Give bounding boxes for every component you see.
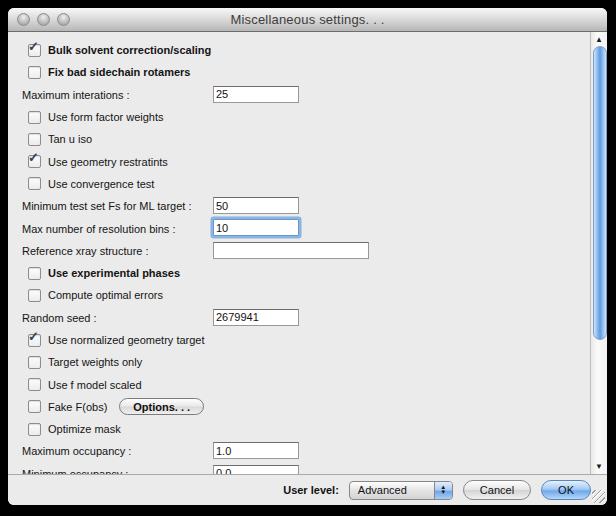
text-field[interactable] [213, 465, 299, 474]
settings-row: Use form factor weights [22, 106, 590, 128]
checkmark-icon: ✓ [28, 150, 39, 165]
checkmark-icon: ✓ [28, 329, 39, 344]
checkbox[interactable]: ✓ [28, 334, 41, 347]
checkbox-label: Fake F(obs) [48, 401, 107, 413]
footer-bar: User level: Advanced ▲▼ Cancel OK [8, 475, 607, 505]
settings-row: Fix bad sidechain rotamers [22, 61, 590, 83]
settings-row: Compute optimal errors [22, 284, 590, 306]
checkbox[interactable] [28, 356, 41, 369]
settings-row: Max number of resolution bins : [22, 217, 590, 239]
checkbox-label: Use form factor weights [48, 111, 164, 123]
settings-list: ✓Bulk solvent correction/scalingFix bad … [8, 32, 590, 474]
settings-row: Tan u iso [22, 128, 590, 150]
checkbox-label: Use f model scaled [48, 379, 142, 391]
scroll-down-arrow-icon[interactable]: ▼ [591, 460, 607, 473]
popup-stepper-icon: ▲▼ [434, 482, 452, 499]
checkbox-label: Compute optimal errors [48, 289, 163, 301]
settings-row: Use convergence test [22, 173, 590, 195]
checkbox[interactable] [28, 378, 41, 391]
checkbox-label: Fix bad sidechain rotamers [48, 66, 190, 78]
checkbox-label: Use convergence test [48, 178, 154, 190]
checkbox-label: Use geometry restratints [48, 156, 168, 168]
options-button[interactable]: Options. . . [119, 398, 204, 415]
close-button[interactable] [17, 13, 30, 26]
field-label: Minimum occupancy : [22, 468, 128, 474]
cancel-button[interactable]: Cancel [463, 480, 531, 500]
settings-row: Maximum interations : [22, 84, 590, 106]
scrollbar-thumb[interactable] [593, 46, 607, 340]
checkbox[interactable] [28, 423, 41, 436]
user-level-value: Advanced [358, 484, 407, 496]
text-field[interactable] [213, 309, 299, 326]
checkbox-label: Bulk solvent correction/scaling [48, 44, 211, 56]
checkbox[interactable] [28, 133, 41, 146]
scroll-up-arrow-icon[interactable]: ▲ [591, 33, 607, 46]
checkbox[interactable]: ✓ [28, 155, 41, 168]
settings-row: Maximum occupancy : [22, 440, 590, 462]
text-field[interactable] [213, 219, 299, 236]
checkmark-icon: ✓ [28, 39, 39, 54]
window-titlebar[interactable]: Miscellaneous settings. . . [8, 8, 607, 32]
checkbox[interactable] [28, 400, 41, 413]
settings-row: ✓Bulk solvent correction/scaling [22, 39, 590, 61]
vertical-scrollbar[interactable]: ▲ ▼ [590, 32, 607, 474]
checkbox[interactable] [28, 66, 41, 79]
field-label: Max number of resolution bins : [22, 223, 175, 235]
ok-button[interactable]: OK [541, 480, 591, 500]
checkbox-label: Use normalized geometry target [48, 334, 205, 346]
field-label: Random seed : [22, 312, 97, 324]
checkbox-label: Target weights only [48, 356, 142, 368]
settings-row: Use f model scaled [22, 373, 590, 395]
checkbox-label: Use experimental phases [48, 267, 180, 279]
text-field[interactable] [213, 242, 369, 259]
checkbox-label: Tan u iso [48, 133, 92, 145]
maximize-button[interactable] [57, 13, 70, 26]
settings-row: Use experimental phases [22, 262, 590, 284]
settings-row: Target weights only [22, 351, 590, 373]
user-level-label: User level: [283, 484, 339, 496]
checkbox[interactable] [28, 267, 41, 280]
settings-row: Random seed : [22, 307, 590, 329]
field-label: Maximum interations : [22, 89, 130, 101]
text-field[interactable] [213, 86, 299, 103]
text-field[interactable] [213, 197, 299, 214]
field-label: Minimum test set Fs for ML target : [22, 200, 192, 212]
screen-background: Miscellaneous settings. . . ✓Bulk solven… [0, 0, 616, 516]
user-level-select[interactable]: Advanced ▲▼ [349, 481, 453, 500]
checkbox[interactable]: ✓ [28, 44, 41, 57]
settings-row: Minimum test set Fs for ML target : [22, 195, 590, 217]
checkbox[interactable] [28, 289, 41, 302]
window-title: Miscellaneous settings. . . [230, 12, 384, 27]
minimize-button[interactable] [37, 13, 50, 26]
settings-scroll-area: ✓Bulk solvent correction/scalingFix bad … [8, 32, 607, 475]
settings-row: Optimize mask [22, 418, 590, 440]
settings-row: Fake F(obs)Options. . . [22, 396, 590, 418]
settings-row: Minimum occupancy : [22, 463, 590, 474]
text-field[interactable] [213, 442, 299, 459]
traffic-lights [17, 13, 70, 26]
field-label: Reference xray structure : [22, 245, 149, 257]
resize-grip[interactable] [592, 490, 605, 503]
settings-row: ✓Use normalized geometry target [22, 329, 590, 351]
checkbox[interactable] [28, 177, 41, 190]
field-label: Maximum occupancy : [22, 445, 131, 457]
settings-row: ✓Use geometry restratints [22, 150, 590, 172]
dialog-window: Miscellaneous settings. . . ✓Bulk solven… [8, 8, 607, 505]
checkbox[interactable] [28, 111, 41, 124]
settings-row: Reference xray structure : [22, 240, 590, 262]
checkbox-label: Optimize mask [48, 423, 121, 435]
